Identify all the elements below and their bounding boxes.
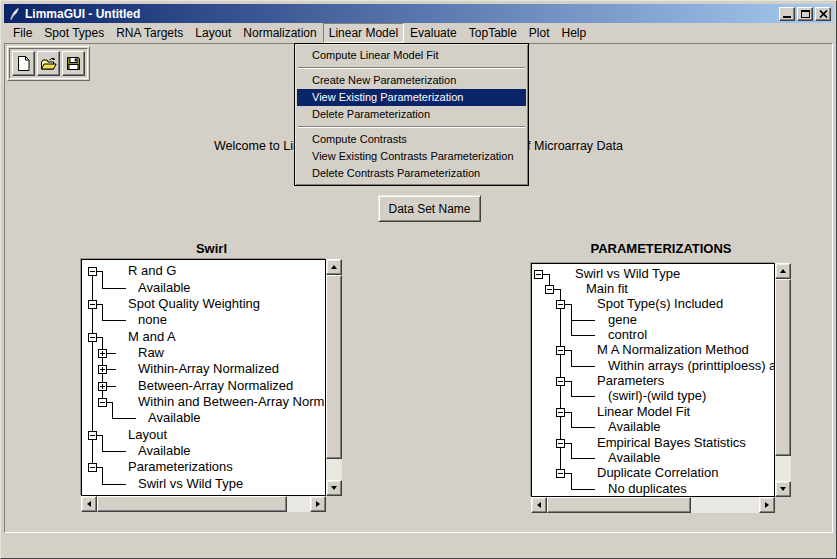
menu-rna-targets[interactable]: RNA Targets: [110, 23, 189, 43]
expand-box-icon[interactable]: [98, 365, 107, 374]
right-arrow-icon: [316, 501, 320, 507]
scroll-left-button[interactable]: [531, 497, 547, 513]
tree-node-label[interactable]: No duplicates: [608, 481, 687, 496]
menu-item[interactable]: View Existing Parameterization: [297, 89, 526, 106]
scroll-left-button[interactable]: [81, 496, 97, 512]
collapse-box-icon[interactable]: [545, 285, 554, 294]
scroll-thumb[interactable]: [775, 279, 791, 456]
collapse-box-icon[interactable]: [88, 333, 97, 342]
tree-node-label[interactable]: Main fit: [586, 281, 628, 296]
scroll-right-button[interactable]: [310, 496, 326, 512]
menu-item[interactable]: Compute Linear Model Fit: [297, 47, 526, 64]
tree-node-label[interactable]: R and G: [128, 263, 176, 278]
menu-item[interactable]: Delete Parameterization: [297, 106, 526, 123]
expand-box-icon[interactable]: [98, 382, 107, 391]
scroll-thumb[interactable]: [97, 496, 287, 512]
menu-evaluate[interactable]: Evaluate: [404, 23, 463, 43]
menu-layout[interactable]: Layout: [189, 23, 237, 43]
menu-toptable[interactable]: TopTable: [463, 23, 523, 43]
collapse-box-icon[interactable]: [534, 270, 543, 279]
vertical-scrollbar[interactable]: [326, 259, 342, 496]
tree-node-label[interactable]: Available: [148, 410, 201, 425]
tree-node-label[interactable]: Available: [608, 450, 661, 465]
tree-node-label[interactable]: M and A: [128, 329, 176, 344]
menu-bar: FileSpot TypesRNA TargetsLayoutNormaliza…: [4, 23, 833, 43]
tree-connector-line: [571, 335, 595, 336]
menu-item[interactable]: Compute Contrasts: [297, 131, 526, 148]
tree-node-label[interactable]: Parameters: [597, 373, 664, 388]
tree-node-label[interactable]: Within arrays (printtiploess) a: [608, 358, 774, 373]
tree-node-label[interactable]: Linear Model Fit: [597, 404, 690, 419]
tree-node-label[interactable]: Within and Between-Array Norm: [138, 394, 324, 409]
tree-node-label[interactable]: Between-Array Normalized: [138, 378, 293, 393]
scroll-down-button[interactable]: [326, 480, 342, 496]
vertical-scrollbar[interactable]: [775, 263, 791, 497]
tree-connector-line: [106, 353, 116, 354]
tree-node-label[interactable]: gene: [608, 312, 637, 327]
collapse-box-icon[interactable]: [98, 398, 107, 407]
scroll-thumb[interactable]: [547, 497, 691, 513]
collapse-box-icon[interactable]: [556, 300, 565, 309]
tree-node-label[interactable]: M A Normalization Method: [597, 342, 749, 357]
menu-linear-model[interactable]: Linear Model: [323, 23, 404, 43]
title-bar[interactable]: LimmaGUI - Untitled: [4, 4, 833, 23]
tree-node-label[interactable]: Spot Type(s) Included: [597, 296, 723, 311]
tree-node-label[interactable]: control: [608, 327, 647, 342]
swirl-tree: R and GAvailableSpot Quality Weightingno…: [81, 259, 342, 512]
menu-file[interactable]: File: [7, 23, 38, 43]
tree-node-label[interactable]: none: [138, 312, 167, 327]
close-button[interactable]: [815, 7, 831, 21]
minimize-button[interactable]: [779, 7, 795, 21]
tree-node-label[interactable]: Swirl vs Wild Type: [138, 476, 243, 491]
save-file-button[interactable]: [62, 51, 85, 76]
scroll-thumb[interactable]: [326, 275, 342, 459]
collapse-box-icon[interactable]: [556, 408, 565, 417]
scroll-down-button[interactable]: [775, 481, 791, 497]
menu-item[interactable]: Delete Contrasts Parameterization: [297, 165, 526, 182]
collapse-box-icon[interactable]: [88, 267, 97, 276]
tree-node-label[interactable]: Swirl vs Wild Type: [575, 266, 680, 281]
collapse-box-icon[interactable]: [88, 431, 97, 440]
open-folder-icon: [40, 56, 58, 72]
tree-connector-line: [102, 467, 103, 484]
menu-item[interactable]: Create New Parameterization: [297, 72, 526, 89]
parameterizations-tree-viewport: Swirl vs Wild TypeMain fitSpot Type(s) I…: [531, 263, 775, 497]
tree-node-label[interactable]: Available: [608, 419, 661, 434]
menu-plot[interactable]: Plot: [523, 23, 556, 43]
tree-node-label[interactable]: Empirical Bayes Statistics: [597, 435, 746, 450]
collapse-box-icon[interactable]: [556, 439, 565, 448]
collapse-box-icon[interactable]: [556, 346, 565, 355]
tree-connector-line: [102, 288, 126, 289]
tree-node-label[interactable]: Parameterizations: [128, 459, 233, 474]
menu-normalization[interactable]: Normalization: [237, 23, 322, 43]
minimize-icon: [783, 16, 791, 18]
maximize-button[interactable]: [797, 7, 813, 21]
open-file-button[interactable]: [37, 51, 60, 76]
menu-separator: [298, 126, 525, 128]
collapse-box-icon[interactable]: [88, 300, 97, 309]
tree-node-label[interactable]: Available: [138, 443, 191, 458]
tree-node-label[interactable]: Within-Array Normalized: [138, 361, 279, 376]
scroll-right-button[interactable]: [759, 497, 775, 513]
collapse-box-icon[interactable]: [556, 377, 565, 386]
data-set-name-button[interactable]: Data Set Name: [378, 195, 481, 222]
menu-item[interactable]: View Existing Contrasts Parameterization: [297, 148, 526, 165]
tree-node-label[interactable]: Layout: [128, 427, 167, 442]
tree-node-label[interactable]: Spot Quality Weighting: [128, 296, 260, 311]
collapse-box-icon[interactable]: [88, 463, 97, 472]
menu-spot-types[interactable]: Spot Types: [38, 23, 110, 43]
scroll-up-button[interactable]: [775, 263, 791, 279]
menu-help[interactable]: Help: [556, 23, 593, 43]
scroll-up-button[interactable]: [326, 259, 342, 275]
collapse-box-icon[interactable]: [556, 469, 565, 478]
horizontal-scrollbar[interactable]: [531, 497, 775, 513]
tree-node-label[interactable]: Duplicate Correlation: [597, 465, 718, 480]
tree-node-label[interactable]: Raw: [138, 345, 164, 360]
tree-node-label[interactable]: Available: [138, 280, 191, 295]
new-file-button[interactable]: [12, 51, 35, 76]
tree-connector-line: [571, 350, 572, 366]
horizontal-scrollbar[interactable]: [81, 496, 326, 512]
expand-box-icon[interactable]: [98, 349, 107, 358]
left-arrow-icon: [87, 501, 91, 507]
tree-node-label[interactable]: (swirl)-(wild type): [608, 388, 706, 403]
